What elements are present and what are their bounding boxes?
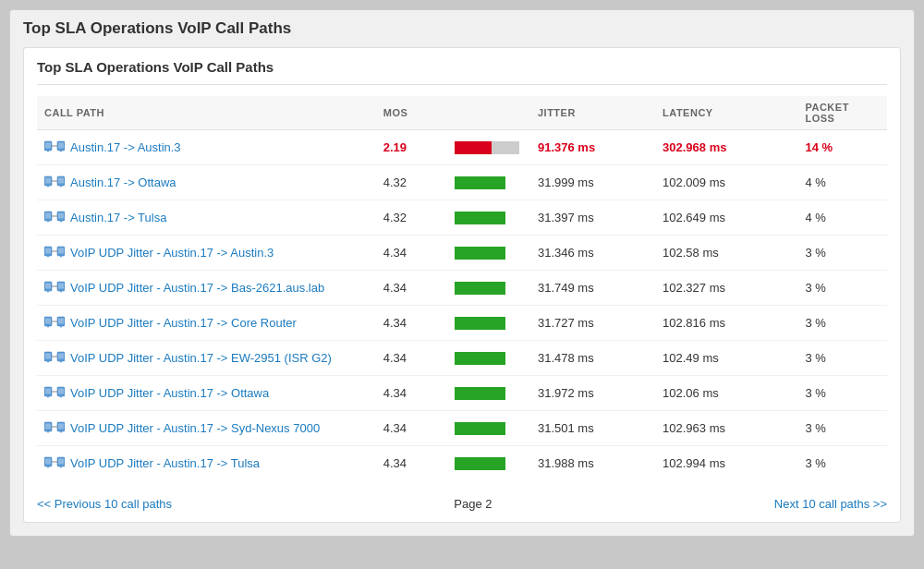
cell-mos: 4.32 bbox=[376, 165, 447, 200]
cell-latency: 102.816 ms bbox=[655, 306, 797, 341]
cell-packetloss: 4 % bbox=[797, 165, 887, 200]
svg-point-40 bbox=[47, 326, 49, 328]
svg-point-12 bbox=[47, 186, 49, 188]
svg-point-62 bbox=[60, 431, 62, 433]
cell-callpath: VoIP UDP Jitter - Austin.17 -> Tulsa bbox=[37, 446, 376, 481]
cell-callpath: Austin.17 -> Austin.3 bbox=[37, 130, 376, 165]
call-paths-table: CALL PATH MOS JITTER LATENCY PACKET LOSS… bbox=[37, 96, 887, 480]
table-row: Austin.17 -> Austin.32.1991.376 ms302.96… bbox=[37, 130, 887, 165]
call-path-link[interactable]: VoIP UDP Jitter - Austin.17 -> Tulsa bbox=[70, 456, 260, 470]
outer-container: Top SLA Operations VoIP Call Paths Top S… bbox=[9, 9, 915, 537]
call-path-link[interactable]: VoIP UDP Jitter - Austin.17 -> Core Rout… bbox=[70, 316, 297, 330]
cell-callpath: VoIP UDP Jitter - Austin.17 -> Syd-Nexus… bbox=[37, 411, 376, 446]
table-row: VoIP UDP Jitter - Austin.17 -> Tulsa4.34… bbox=[37, 446, 887, 481]
cell-callpath: VoIP UDP Jitter - Austin.17 -> Austin.3 bbox=[37, 236, 376, 271]
svg-rect-60 bbox=[58, 424, 64, 430]
cell-callpath: Austin.17 -> Ottawa bbox=[37, 165, 376, 200]
table-row: VoIP UDP Jitter - Austin.17 -> Core Rout… bbox=[37, 306, 887, 341]
network-icon bbox=[44, 279, 65, 297]
call-path-link[interactable]: Austin.17 -> Ottawa bbox=[70, 176, 176, 189]
svg-rect-8 bbox=[45, 178, 51, 184]
call-path-link[interactable]: Austin.17 -> Tulsa bbox=[70, 211, 166, 224]
cell-callpath: Austin.17 -> Tulsa bbox=[37, 200, 376, 236]
call-path-link[interactable]: VoIP UDP Jitter - Austin.17 -> Austin.3 bbox=[70, 246, 274, 260]
svg-rect-25 bbox=[58, 248, 64, 254]
table-row: VoIP UDP Jitter - Austin.17 -> Ottawa4.3… bbox=[37, 376, 887, 411]
col-header-latency: LATENCY bbox=[655, 96, 797, 130]
cell-mos-bar bbox=[447, 236, 530, 271]
cell-mos-bar bbox=[447, 165, 530, 200]
cell-jitter: 31.999 ms bbox=[530, 165, 655, 200]
cell-mos: 4.32 bbox=[376, 200, 447, 236]
svg-rect-4 bbox=[58, 143, 64, 149]
next-page-link[interactable]: Next 10 call paths >> bbox=[774, 497, 887, 511]
cell-mos: 4.34 bbox=[376, 236, 447, 271]
cell-latency: 102.49 ms bbox=[655, 341, 797, 376]
svg-point-41 bbox=[60, 326, 62, 328]
table-footer: << Previous 10 call paths Page 2 Next 10… bbox=[37, 490, 887, 511]
cell-callpath: VoIP UDP Jitter - Austin.17 -> EW-2951 (… bbox=[37, 341, 376, 376]
svg-point-13 bbox=[60, 186, 62, 188]
network-icon bbox=[44, 314, 65, 332]
cell-mos-bar bbox=[447, 446, 530, 481]
cell-packetloss: 4 % bbox=[797, 200, 887, 236]
svg-rect-36 bbox=[45, 319, 51, 324]
cell-mos-bar bbox=[447, 411, 530, 446]
cell-jitter: 31.749 ms bbox=[530, 271, 655, 306]
cell-jitter: 91.376 ms bbox=[530, 130, 655, 165]
cell-mos-bar bbox=[447, 376, 530, 411]
network-icon bbox=[44, 384, 65, 402]
cell-mos-bar bbox=[447, 306, 530, 341]
call-path-link[interactable]: VoIP UDP Jitter - Austin.17 -> Syd-Nexus… bbox=[70, 421, 320, 435]
call-path-link[interactable]: Austin.17 -> Austin.3 bbox=[70, 140, 181, 154]
svg-point-33 bbox=[47, 291, 49, 293]
cell-latency: 302.968 ms bbox=[655, 130, 797, 165]
svg-rect-57 bbox=[45, 424, 51, 430]
network-icon bbox=[44, 419, 65, 437]
svg-rect-22 bbox=[45, 248, 51, 254]
table-row: VoIP UDP Jitter - Austin.17 -> EW-2951 (… bbox=[37, 341, 887, 376]
cell-mos-bar bbox=[447, 341, 530, 376]
cell-packetloss: 3 % bbox=[797, 271, 887, 306]
cell-jitter: 31.727 ms bbox=[530, 306, 655, 341]
col-header-callpath: CALL PATH bbox=[37, 96, 376, 130]
svg-rect-46 bbox=[58, 354, 64, 359]
svg-rect-32 bbox=[58, 284, 64, 289]
cell-mos-bar bbox=[447, 200, 530, 236]
cell-mos: 4.34 bbox=[376, 376, 447, 411]
cell-mos: 4.34 bbox=[376, 341, 447, 376]
svg-point-20 bbox=[60, 221, 62, 223]
svg-point-48 bbox=[60, 361, 62, 363]
inner-container: Top SLA Operations VoIP Call Paths CALL … bbox=[23, 47, 901, 523]
svg-point-27 bbox=[60, 256, 62, 258]
prev-page-link[interactable]: << Previous 10 call paths bbox=[37, 497, 172, 511]
svg-rect-43 bbox=[45, 354, 51, 359]
cell-latency: 102.327 ms bbox=[655, 271, 797, 306]
call-path-link[interactable]: VoIP UDP Jitter - Austin.17 -> Ottawa bbox=[70, 386, 269, 400]
svg-rect-50 bbox=[45, 389, 51, 394]
cell-packetloss: 14 % bbox=[797, 130, 887, 165]
page-indicator: Page 2 bbox=[454, 497, 492, 511]
svg-point-5 bbox=[47, 151, 49, 152]
cell-jitter: 31.478 ms bbox=[530, 341, 655, 376]
table-row: Austin.17 -> Ottawa4.3231.999 ms102.009 … bbox=[37, 165, 887, 200]
call-path-link[interactable]: VoIP UDP Jitter - Austin.17 -> Bas-2621.… bbox=[70, 281, 324, 295]
inner-title: Top SLA Operations VoIP Call Paths bbox=[37, 59, 887, 85]
svg-point-54 bbox=[47, 396, 49, 398]
cell-latency: 102.009 ms bbox=[655, 165, 797, 200]
table-row: VoIP UDP Jitter - Austin.17 -> Syd-Nexus… bbox=[37, 411, 887, 446]
cell-packetloss: 3 % bbox=[797, 306, 887, 341]
svg-rect-39 bbox=[58, 319, 64, 324]
svg-rect-11 bbox=[58, 178, 64, 184]
cell-packetloss: 3 % bbox=[797, 411, 887, 446]
svg-point-61 bbox=[47, 431, 49, 433]
svg-rect-64 bbox=[45, 459, 51, 465]
call-path-link[interactable]: VoIP UDP Jitter - Austin.17 -> EW-2951 (… bbox=[70, 351, 332, 365]
table-row: VoIP UDP Jitter - Austin.17 -> Austin.34… bbox=[37, 236, 887, 271]
svg-point-34 bbox=[60, 291, 62, 293]
cell-packetloss: 3 % bbox=[797, 341, 887, 376]
cell-callpath: VoIP UDP Jitter - Austin.17 -> Bas-2621.… bbox=[37, 271, 376, 306]
cell-mos: 4.34 bbox=[376, 446, 447, 481]
col-header-packetloss: PACKET LOSS bbox=[797, 96, 887, 130]
svg-point-26 bbox=[47, 256, 49, 258]
